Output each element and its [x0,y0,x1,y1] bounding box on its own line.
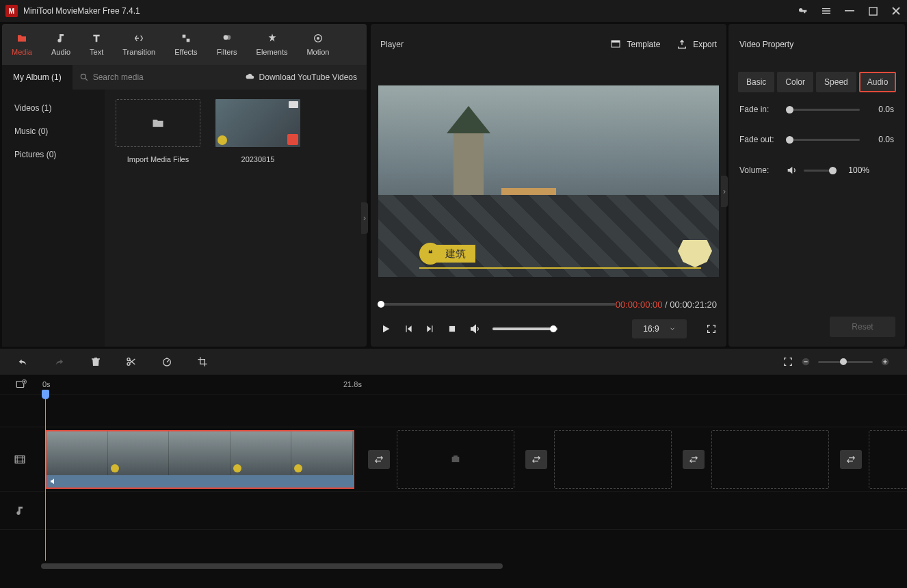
audio-track[interactable] [0,491,907,529]
time-current: 00:00:00:00 [616,299,663,310]
zoom-slider[interactable] [818,361,873,363]
redo-button[interactable] [53,356,66,367]
fullscreen-button[interactable] [706,323,717,334]
fade-in-slider[interactable] [786,109,860,111]
overlay-track[interactable] [0,394,907,427]
transition-slot-3[interactable] [683,450,705,469]
fade-out-slider[interactable] [786,139,860,141]
svg-rect-10 [612,41,620,43]
media-bar: My Album (1) Search media Download YouTu… [2,65,367,90]
ribbon-filters[interactable]: Filters [207,24,247,65]
aspect-ratio-select[interactable]: 16:9 [632,319,687,338]
svg-rect-23 [452,457,460,462]
split-button[interactable] [126,356,137,367]
zoom-in-button[interactable] [880,356,891,367]
panel-expand-handle[interactable]: › [361,202,368,234]
svg-rect-0 [845,10,854,12]
undo-button[interactable] [16,356,29,367]
speed-button[interactable] [161,356,172,367]
scrub-bar[interactable] [378,303,616,306]
playhead[interactable] [45,392,46,561]
export-button[interactable]: Export [676,39,717,50]
reset-button[interactable]: Reset [830,317,895,337]
minimize-button[interactable] [844,5,855,16]
audio-track-icon [0,505,40,516]
empty-clip-slot-1[interactable] [397,430,514,489]
player-panel: Player Template Export ❝ 建筑 00: [371,24,726,347]
property-tabs: Basic Color Speed Audio [728,65,905,99]
ribbon-motion-label: Motion [306,48,329,56]
ribbon-text[interactable]: Text [80,24,113,65]
prev-frame-button[interactable] [404,324,413,334]
album-tab[interactable]: My Album (1) [2,65,73,90]
transition-slot-4[interactable] [840,450,862,469]
tab-color[interactable]: Color [777,72,813,92]
media-clip-name: 20230815 [241,155,275,163]
timeline-clip[interactable] [45,430,354,489]
template-label: Template [627,40,661,49]
maximize-button[interactable] [867,5,878,16]
tab-basic[interactable]: Basic [738,72,774,92]
svg-point-13 [127,362,130,365]
svg-rect-2 [183,35,186,38]
ribbon-motion[interactable]: Motion [297,24,339,65]
ribbon-media[interactable]: Media [2,24,42,65]
caption-overlay: ❝ 建筑 [419,243,475,265]
ruler-mark-1: 21.8s [343,380,362,388]
template-button[interactable]: Template [609,39,661,50]
export-icon [676,39,687,50]
volume-value: 100% [842,165,869,175]
stop-button[interactable] [447,324,457,334]
ribbon-effects[interactable]: Effects [165,24,207,65]
menu-icon[interactable] [821,5,832,16]
media-clip-item[interactable]: 20230815 [214,99,302,163]
play-button[interactable] [380,323,391,334]
ribbon-audio[interactable]: Audio [42,24,80,65]
svg-rect-19 [884,360,885,363]
media-category-videos[interactable]: Videos (1) [2,96,105,120]
zoom-out-button[interactable] [800,356,811,367]
upgrade-key-icon[interactable] [798,5,809,16]
video-track[interactable] [0,427,907,491]
transition-slot-2[interactable] [525,450,547,469]
fade-in-label: Fade in: [739,105,779,114]
time-total: 00:00:21:20 [670,299,717,310]
add-track-button[interactable] [15,378,27,390]
mute-button[interactable] [469,323,480,334]
speaker-icon [49,477,57,485]
empty-clip-slot-4[interactable] [869,430,907,489]
volume-row: Volume: 100% [739,165,894,176]
next-frame-button[interactable] [425,324,435,334]
download-youtube-link[interactable]: Download YouTube Videos [246,72,357,82]
clip-volume-slider[interactable] [804,170,835,172]
empty-clip-slot-2[interactable] [554,430,672,489]
ribbon-transition[interactable]: Transition [113,24,165,65]
timeline-scrollbar[interactable] [0,562,907,570]
fit-timeline-button[interactable] [783,356,793,367]
video-preview[interactable]: ❝ 建筑 [378,85,719,277]
search-media-input[interactable]: Search media [79,72,144,82]
ribbon-elements[interactable]: Elements [247,24,298,65]
player-expand-handle[interactable]: › [721,176,728,207]
delete-button[interactable] [90,356,101,367]
timeline-ruler[interactable]: 0s 21.8s [0,375,907,394]
fade-in-row: Fade in: 0.0s [739,105,894,114]
folder-icon [150,116,166,130]
cloud-download-icon [246,72,255,82]
import-media-button[interactable]: Import Media Files [114,99,202,163]
media-category-music[interactable]: Music (0) [2,120,105,143]
crop-button[interactable] [197,356,208,367]
transition-slot-1[interactable] [368,450,390,469]
volume-slider[interactable] [492,328,558,330]
media-category-pictures[interactable]: Pictures (0) [2,143,105,166]
close-button[interactable] [891,5,902,16]
chevron-down-icon [669,325,676,332]
property-title: Video Property [728,24,905,65]
media-grid: Import Media Files 20230815 › [105,90,367,347]
volume-speaker-icon[interactable] [786,165,797,176]
tab-audio[interactable]: Audio [859,72,897,92]
tab-speed[interactable]: Speed [816,72,856,92]
fade-out-row: Fade out: 0.0s [739,135,894,144]
empty-clip-slot-3[interactable] [711,430,829,489]
search-placeholder: Search media [93,72,144,82]
